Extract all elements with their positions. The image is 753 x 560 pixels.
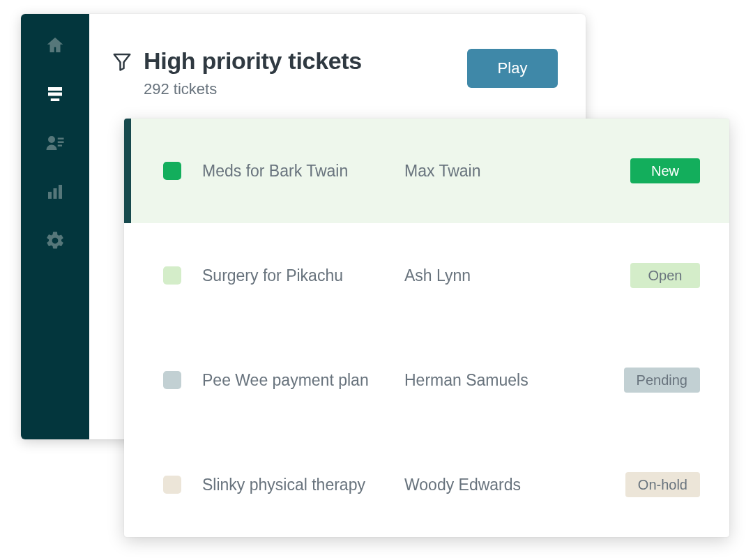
svg-rect-2 — [58, 142, 64, 144]
ticket-row[interactable]: Pee Wee payment planHerman SamuelsPendin… — [124, 328, 729, 432]
play-button[interactable]: Play — [467, 49, 558, 88]
home-icon[interactable] — [43, 33, 67, 57]
status-badge: Pending — [624, 368, 700, 393]
svg-rect-1 — [58, 138, 64, 140]
status-badge: New — [630, 158, 700, 183]
svg-rect-5 — [54, 188, 57, 199]
ticket-subject: Surgery for Pikachu — [202, 266, 404, 285]
filter-icon — [112, 51, 132, 72]
svg-rect-4 — [48, 192, 52, 199]
ticket-requester: Herman Samuels — [404, 371, 579, 390]
ticket-requester: Woody Edwards — [404, 476, 579, 494]
svg-point-0 — [48, 136, 55, 143]
sidebar — [21, 14, 89, 439]
ticket-checkbox[interactable] — [163, 266, 181, 285]
ticket-requester: Max Twain — [404, 162, 579, 181]
ticket-requester: Ash Lynn — [404, 266, 579, 285]
ticket-checkbox[interactable] — [163, 162, 181, 180]
ticket-row[interactable]: Meds for Bark TwainMax TwainNew — [124, 119, 729, 223]
svg-rect-6 — [59, 185, 62, 199]
ticket-row[interactable]: Surgery for PikachuAsh LynnOpen — [124, 223, 729, 328]
customers-icon[interactable] — [43, 131, 67, 155]
svg-marker-7 — [114, 54, 130, 70]
page-title: High priority tickets — [144, 47, 362, 75]
ticket-checkbox[interactable] — [163, 476, 181, 494]
ticket-subject: Pee Wee payment plan — [202, 371, 404, 390]
views-icon[interactable] — [43, 82, 67, 106]
ticket-checkbox[interactable] — [163, 371, 181, 389]
ticket-row[interactable]: Slinky physical therapyWoody EdwardsOn-h… — [124, 432, 729, 537]
ticket-subject: Meds for Bark Twain — [202, 162, 404, 181]
ticket-list-panel: Meds for Bark TwainMax TwainNewSurgery f… — [124, 119, 729, 537]
svg-rect-3 — [58, 145, 62, 147]
admin-icon[interactable] — [43, 229, 67, 252]
reporting-icon[interactable] — [43, 180, 67, 204]
status-badge: Open — [630, 263, 700, 288]
status-badge: On-hold — [625, 472, 700, 497]
ticket-subject: Slinky physical therapy — [202, 476, 404, 494]
